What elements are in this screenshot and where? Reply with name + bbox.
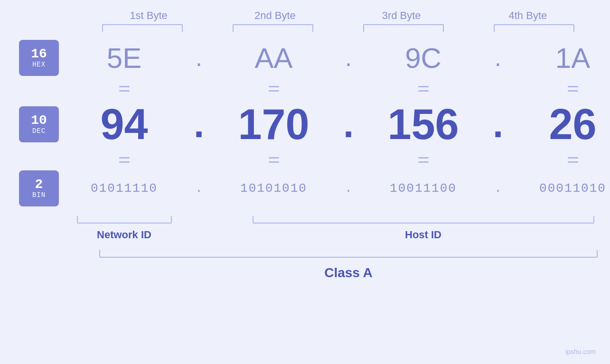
dec-col-3: 156 [358,100,488,149]
bin-col-4: 00011010 [507,181,610,196]
dec-badge: 10 DEC [19,106,59,142]
dec-col-1: 94 [59,100,189,149]
bin-col-1: 01011110 [59,181,189,196]
network-id-label: Network ID [97,229,151,241]
bin-col-3: 10011100 [358,181,488,196]
bracket-top-1 [102,24,183,32]
hex-col-3: 9C [358,42,488,75]
data-section: 5E . AA . 9C . 1A [59,37,610,283]
top-bracket-2 [216,24,330,32]
bin-val-2: 10101010 [240,181,307,196]
host-id-label: Host ID [405,229,441,241]
bin-dot-1: . [189,182,208,195]
hex-dot-sep-2: . [345,44,352,72]
hex-badge-label: HEX [32,61,46,68]
top-bracket-3 [347,24,460,32]
dec-val-2: 170 [238,100,309,149]
id-labels-row: Network ID Host ID [59,225,610,244]
hex-dot-1: . [189,44,208,72]
dec-dot-3: . [488,103,507,146]
bin-row: 01011110 . 10101010 . 10011100 . [59,169,610,207]
byte-header-1: 1st Byte [85,9,212,22]
equals-1-col-2 [269,86,279,92]
class-a-bracket-row [59,248,610,260]
bin-dot-sep-3: . [495,182,501,195]
bin-col-2: 10101010 [208,181,339,196]
hex-badge: 16 HEX [19,40,59,76]
equals-row-1 [59,79,610,98]
class-a-bracket [99,250,598,258]
equals-1-col-4 [568,86,578,92]
hex-val-4: 1A [555,42,590,75]
equals-2-col-3 [418,157,429,163]
hex-col-1: 5E [59,42,189,75]
hex-dot-3: . [488,44,507,72]
equals-1-col-3 [418,86,429,92]
bin-val-3: 10011100 [390,181,457,196]
bracket-top-3 [363,24,444,32]
equals-2-col-4 [568,157,578,163]
main-container: 1st Byte 2nd Byte 3rd Byte 4th Byte 16 [0,0,610,364]
dec-val-1: 94 [100,100,148,149]
byte-header-2: 2nd Byte [212,9,338,22]
dec-badge-number: 10 [31,114,47,127]
hex-col-2: AA [208,42,339,75]
dec-dot-2: . [339,103,358,146]
equals-2-col-2 [269,157,279,163]
hex-dot-2: . [339,44,358,72]
bin-dot-sep-1: . [196,182,202,195]
top-bracket-4 [477,24,591,32]
hex-badge-number: 16 [31,47,47,61]
id-brackets-row [59,209,610,224]
top-brackets-row [19,24,591,32]
hex-val-3: 9C [405,42,441,75]
dec-dot-sep-3: . [493,103,503,146]
hex-row: 5E . AA . 9C . 1A [59,37,610,79]
hex-col-4: 1A [507,42,610,75]
dec-val-4: 26 [549,100,596,149]
class-a-label: Class A [324,265,373,280]
host-id-bracket [253,216,594,224]
class-a-label-row: Class A [59,262,610,283]
top-bracket-1 [85,24,199,32]
hex-dot-sep-3: . [495,44,501,72]
dec-row: 94 . 170 . 156 . 26 [59,98,610,150]
dec-dot-sep-2: . [343,103,354,146]
bin-badge-label: BIN [32,191,46,199]
bracket-top-4 [494,24,574,32]
dec-col-2: 170 [208,100,339,149]
byte-header-3: 3rd Byte [338,9,465,22]
dec-dot-sep-1: . [194,103,204,146]
bin-val-4: 00011010 [539,181,606,196]
content-wrapper: 16 HEX 10 DEC 2 BIN [19,37,591,283]
dec-val-3: 156 [387,100,459,149]
bracket-top-2 [233,24,313,32]
dec-badge-label: DEC [32,127,46,135]
network-id-bracket [77,216,172,224]
hex-val-2: AA [254,42,292,75]
watermark: ipshu.com [565,348,596,355]
bin-badge-number: 2 [35,178,43,191]
dec-dot-1: . [189,103,208,146]
bin-dot-3: . [488,182,507,195]
bin-val-1: 01011110 [91,181,158,196]
bin-dot-sep-2: . [345,182,352,195]
equals-1-col-1 [119,86,130,92]
byte-headers-row: 1st Byte 2nd Byte 3rd Byte 4th Byte [19,9,591,22]
bin-dot-2: . [339,182,358,195]
equals-2-col-1 [119,157,130,163]
bin-badge: 2 BIN [19,170,59,206]
equals-row-2 [59,150,610,169]
hex-val-1: 5E [107,42,141,75]
hex-dot-sep-1: . [196,44,202,72]
dec-col-4: 26 [507,100,610,149]
byte-header-4: 4th Byte [465,9,591,22]
label-column: 16 HEX 10 DEC 2 BIN [19,37,59,207]
